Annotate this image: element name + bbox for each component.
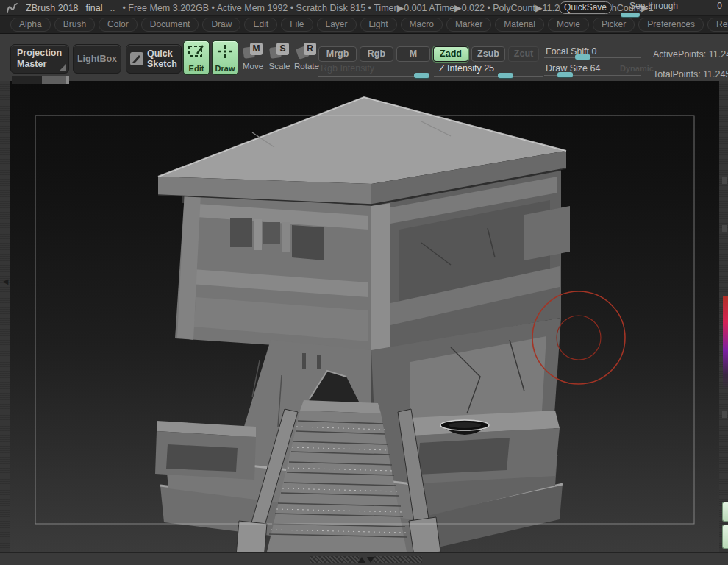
bottom-divider-texture[interactable] [374,556,422,563]
menu-preferences[interactable]: Preferences [638,18,704,32]
doc-dots: .. [110,3,115,13]
menu-light[interactable]: Light [360,18,397,32]
tray-tick [722,411,727,418]
edit-mode-button[interactable]: Edit [183,40,210,75]
total-points: TotalPoints: 11.245 [653,69,728,79]
z-intensity-label: Z Intensity 25 [439,63,494,74]
menu-color[interactable]: Color [99,18,138,32]
move-label: Move [240,62,266,71]
focal-shift-value: 0 [592,46,597,57]
zbrush-logo-icon [6,2,18,14]
draw-crosshair-icon [215,43,235,61]
quick-sketch-button[interactable]: Quick Sketch [126,44,182,74]
move-m-icon: M [250,43,263,55]
rgb-toggle[interactable]: Rgb [360,46,393,62]
zsub-toggle[interactable]: Zsub [471,46,505,62]
projection-master-button[interactable]: Projection Master [10,44,69,74]
left-tray-divider[interactable]: ◄ [0,81,10,552]
active-points: ActivePoints: 11.245 [653,49,728,60]
doc-scrollbar-thumb[interactable] [42,76,66,84]
focal-shift-slider[interactable] [544,57,641,58]
see-through-value: 0 [717,1,722,11]
menu-layer[interactable]: Layer [317,18,357,32]
lightbox-button[interactable]: LightBox [73,44,121,74]
brush-icon [129,51,144,66]
app-title: ZBrush 2018 [26,3,79,13]
menu-material[interactable]: Material [495,18,544,32]
menu-edit[interactable]: Edit [244,18,277,32]
edit-label: Edit [184,64,209,73]
quick-sketch-label1: Quick [147,49,173,59]
workspace: ◄ [0,81,728,552]
draw-mode-button[interactable]: Draw [212,40,238,75]
bottom-tray-handle[interactable] [358,556,374,563]
move-button[interactable]: M Move [240,43,266,71]
z-intensity-slider[interactable] [434,76,543,77]
menu-macro[interactable]: Macro [401,18,443,32]
title-bar: ZBrush 2018 final .. • Free Mem 3.202GB … [0,0,728,16]
right-tray-divider[interactable] [719,81,728,552]
draw-label: Draw [213,64,238,73]
zadd-toggle[interactable]: Zadd [433,46,468,62]
draw-size-value: 64 [590,63,600,74]
menu-bar: Alpha Brush Color Document Draw Edit Fil… [0,16,728,34]
bottom-bar [0,552,728,565]
document-name: final [86,3,103,13]
menu-brush[interactable]: Brush [54,18,95,32]
tray-tick [722,225,727,232]
rotate-button[interactable]: R Rotate [293,43,320,71]
see-through-slider[interactable]: See-through 0 [621,1,725,15]
rotate-label: Rotate [293,62,320,71]
points-readout: ActivePoints: 11.245 TotalPoints: 11.245 [653,45,728,85]
rgb-intensity-slider[interactable] [318,76,429,77]
projection-master-label2: Master [17,59,46,69]
top-toolbar: Projection Master LightBox Quick Sketch … [0,34,728,81]
draw-size-handle[interactable] [557,72,573,77]
document-canvas[interactable] [10,81,719,552]
see-through-handle[interactable] [621,13,640,17]
menu-movie[interactable]: Movie [548,18,589,32]
quicksave-button[interactable]: QuickSave [559,1,612,14]
expand-up-icon [358,557,365,563]
quick-sketch-label2: Sketch [147,59,177,69]
menu-picker[interactable]: Picker [593,18,635,32]
edit-marquee-icon [187,43,206,61]
rgb-intensity-label: Rgb Intensity [321,63,374,74]
color-spectrum-strip[interactable] [723,296,728,390]
bottom-divider-texture[interactable] [310,556,359,563]
menu-marker[interactable]: Marker [446,18,491,32]
collapsed-green-button[interactable] [722,502,728,522]
see-through-label: See-through [629,1,678,11]
menu-file[interactable]: File [281,18,313,32]
projection-master-label1: Projection [17,48,62,58]
draw-size-label: Draw Size 64 [546,63,600,74]
focal-shift-handle[interactable] [575,54,590,60]
z-intensity-value: 25 [484,63,494,74]
mrgb-toggle[interactable]: Mrgb [318,46,357,62]
scale-s-icon: S [276,43,289,55]
doc-scrollbar-track[interactable] [12,76,42,84]
rotate-r-icon: R [304,43,316,55]
z-intensity-handle[interactable] [498,73,513,78]
dynamic-toggle[interactable]: Dynamic [620,64,654,73]
menu-alpha[interactable]: Alpha [10,18,51,32]
tray-tick [722,177,727,184]
collapsed-green-button[interactable] [722,525,728,549]
menu-document[interactable]: Document [141,18,199,32]
collapse-left-icon[interactable]: ◄ [1,278,10,285]
scale-button[interactable]: S Scale [266,43,293,71]
sculpt-model-render [10,81,719,552]
corner-triangle-icon [60,64,66,71]
m-toggle[interactable]: M [396,46,430,62]
doc-scrollbar-notch [66,76,69,84]
zcut-toggle[interactable]: Zcut [508,46,539,62]
rgb-intensity-handle[interactable] [414,73,429,78]
menu-render[interactable]: Render [707,18,728,32]
scale-label: Scale [266,62,293,71]
menu-draw[interactable]: Draw [202,18,240,32]
